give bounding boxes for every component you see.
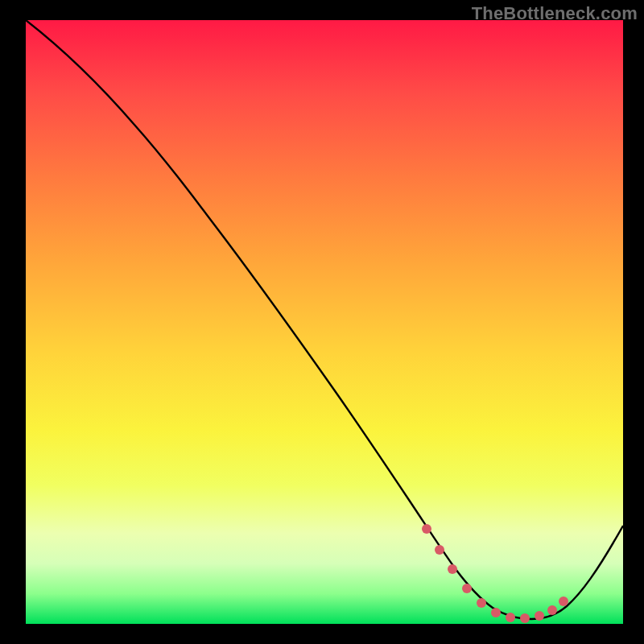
plot-area xyxy=(26,20,623,624)
chart-frame: TheBottleneck.com xyxy=(0,0,644,644)
watermark: TheBottleneck.com xyxy=(472,3,638,24)
